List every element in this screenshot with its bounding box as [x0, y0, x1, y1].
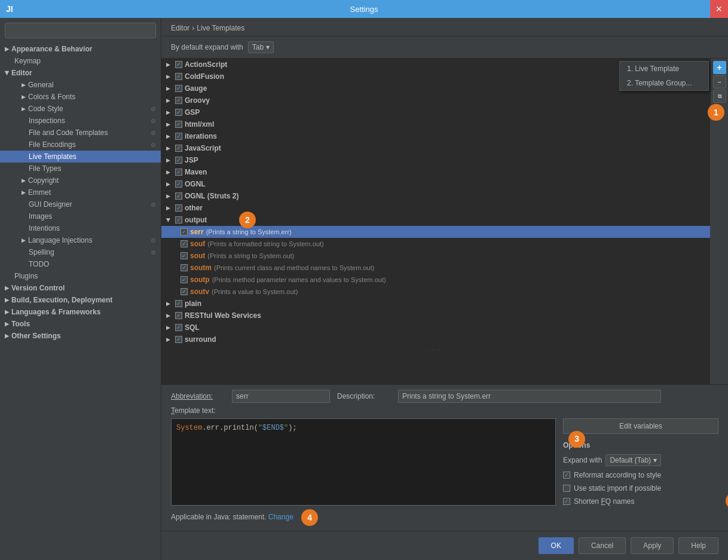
- sidebar-item-filetypes[interactable]: File Types: [0, 163, 161, 175]
- menu-item-live-template[interactable]: 1. Live Template: [620, 62, 708, 76]
- template-item-serr[interactable]: ✓ serr (Prints a string to System.err): [161, 226, 710, 238]
- template-item-sout[interactable]: ✓ sout (Prints a string to System.out): [161, 250, 710, 262]
- sidebar-item-colors[interactable]: ▶ Colors & Fonts: [0, 91, 161, 103]
- apply-button[interactable]: Apply: [631, 537, 674, 554]
- search-input[interactable]: [5, 23, 156, 38]
- static-import-checkbox[interactable]: ✓: [563, 485, 570, 492]
- group-restful[interactable]: ▶ ✓ RESTful Web Services: [161, 310, 710, 322]
- group-groovy[interactable]: ▶ ✓ Groovy: [161, 94, 710, 106]
- group-sql[interactable]: ▶ ✓ SQL: [161, 322, 710, 333]
- group-checkbox[interactable]: ✓: [175, 121, 182, 128]
- group-htmlxml[interactable]: ▶ ✓ html/xml: [161, 118, 710, 130]
- sidebar-item-editor[interactable]: ▶ Editor: [0, 67, 161, 79]
- abbreviation-input[interactable]: [232, 390, 330, 403]
- add-button[interactable]: +: [713, 61, 726, 74]
- group-checkbox[interactable]: ✓: [175, 145, 182, 152]
- group-checkbox[interactable]: ✓: [175, 85, 182, 92]
- group-jsp[interactable]: ▶ ✓ JSP: [161, 154, 710, 166]
- sidebar-item-intentions[interactable]: Intentions: [0, 222, 161, 234]
- group-iterations[interactable]: ▶ ✓ iterations: [161, 130, 710, 142]
- sidebar-item-languageinjections[interactable]: ▶ Language Injections ⚙: [0, 234, 161, 246]
- group-plain[interactable]: ▶ ✓ plain: [161, 298, 710, 310]
- template-item-souf[interactable]: ✓ souf (Prints a formatted string to Sys…: [161, 238, 710, 250]
- ok-button[interactable]: OK: [539, 537, 574, 554]
- item-checkbox[interactable]: ✓: [181, 252, 188, 259]
- group-checkbox[interactable]: ✓: [175, 336, 182, 343]
- template-item-soutv[interactable]: ✓ soutv (Prints a value to System.out): [161, 286, 710, 298]
- group-output[interactable]: ▶ ✓ output: [161, 214, 710, 226]
- group-checkbox[interactable]: ✓: [175, 180, 182, 188]
- sidebar-item-codestyle[interactable]: ▶ Code Style ⚙: [0, 103, 161, 115]
- change-link[interactable]: Change: [268, 513, 293, 521]
- description-input[interactable]: [398, 390, 661, 403]
- item-checkbox[interactable]: ✓: [181, 228, 188, 235]
- edit-variables-button[interactable]: Edit variables: [563, 418, 718, 434]
- template-item-soutm[interactable]: ✓ soutm (Prints current class and method…: [161, 262, 710, 274]
- sidebar-item-emmet[interactable]: ▶ Emmet: [0, 186, 161, 198]
- item-checkbox[interactable]: ✓: [181, 276, 188, 283]
- sidebar-item-inspections[interactable]: Inspections ⚙: [0, 115, 161, 127]
- group-surround[interactable]: ▶ ✓ surround: [161, 333, 710, 345]
- group-checkbox[interactable]: ✓: [175, 169, 182, 176]
- sidebar-item-tools[interactable]: ▶ Tools: [0, 318, 161, 330]
- shorten-checkbox[interactable]: ✓: [563, 498, 570, 505]
- sidebar-item-copyright[interactable]: ▶ Copyright: [0, 175, 161, 186]
- menu-item-template-group[interactable]: 2. Template Group...: [620, 76, 708, 90]
- group-checkbox[interactable]: ✓: [175, 300, 182, 307]
- sidebar-item-livetemplates[interactable]: Live Templates: [0, 151, 161, 163]
- group-checkbox[interactable]: ✓: [175, 109, 182, 116]
- group-javascript[interactable]: ▶ ✓ JavaScript: [161, 142, 710, 154]
- group-ognlstruts[interactable]: ▶ ✓ OGNL (Struts 2): [161, 190, 710, 202]
- group-checkbox[interactable]: ✓: [175, 216, 182, 224]
- sidebar-item-guidesigner[interactable]: GUI Designer ⚙: [0, 198, 161, 210]
- sidebar-item-filecodetemplates[interactable]: File and Code Templates ⚙: [0, 127, 161, 139]
- reformat-checkbox[interactable]: ✓: [563, 472, 570, 479]
- close-button[interactable]: ✕: [710, 0, 728, 18]
- group-checkbox[interactable]: ✓: [175, 192, 182, 200]
- sidebar-item-versioncontrol[interactable]: ▶ Version Control: [0, 282, 161, 294]
- group-checkbox[interactable]: ✓: [175, 97, 182, 104]
- group-checkbox[interactable]: ✓: [175, 133, 182, 140]
- sidebar-item-appearance[interactable]: ▶ Appearance & Behavior: [0, 43, 161, 55]
- group-checkbox[interactable]: ✓: [175, 324, 182, 331]
- group-checkbox[interactable]: ✓: [175, 157, 182, 164]
- help-button[interactable]: Help: [678, 537, 718, 554]
- dialog-buttons: OK Cancel Apply Help: [161, 531, 728, 560]
- cancel-button[interactable]: Cancel: [579, 537, 626, 554]
- sidebar-item-keymap[interactable]: Keymap: [0, 55, 161, 67]
- triangle-icon: ▶: [5, 333, 9, 339]
- sidebar-item-images[interactable]: Images: [0, 210, 161, 222]
- expand-dropdown[interactable]: Tab ▾: [248, 41, 274, 53]
- sidebar-item-fileencodings[interactable]: File Encodings ⚙: [0, 139, 161, 151]
- template-editor[interactable]: System.err.println("$END$"); 3: [171, 418, 556, 506]
- item-checkbox[interactable]: ✓: [181, 240, 188, 247]
- sidebar-item-othersettings[interactable]: ▶ Other Settings: [0, 330, 161, 342]
- group-ognl[interactable]: ▶ ✓ OGNL: [161, 178, 710, 190]
- item-abbrev: sout: [190, 252, 205, 260]
- group-gsp[interactable]: ▶ ✓ GSP: [161, 106, 710, 118]
- sidebar-label: Inspections: [29, 117, 65, 125]
- group-maven[interactable]: ▶ ✓ Maven: [161, 166, 710, 178]
- group-checkbox[interactable]: ✓: [175, 312, 182, 319]
- options-label: Options: [563, 441, 718, 449]
- expand-arrow-icon: ▾: [653, 456, 657, 464]
- copy-button[interactable]: ⧉: [713, 90, 726, 103]
- group-other[interactable]: ▶ ✓ other: [161, 202, 710, 214]
- item-checkbox[interactable]: ✓: [181, 288, 188, 295]
- item-checkbox[interactable]: ✓: [181, 264, 188, 271]
- sidebar-item-general[interactable]: ▶ General: [0, 79, 161, 91]
- sidebar-item-spelling[interactable]: Spelling ⚙: [0, 246, 161, 258]
- expand-with-dropdown[interactable]: Default (Tab) ▾: [605, 454, 661, 466]
- sidebar-item-plugins[interactable]: Plugins: [0, 270, 161, 282]
- group-checkbox[interactable]: ✓: [175, 61, 182, 68]
- group-name: OGNL: [185, 180, 206, 188]
- group-checkbox[interactable]: ✓: [175, 204, 182, 212]
- code-class: System: [176, 424, 202, 432]
- template-item-soutp[interactable]: ✓ soutp (Prints method parameter names a…: [161, 274, 710, 286]
- collapse-icon: ▶: [166, 121, 170, 127]
- sidebar-item-languages[interactable]: ▶ Languages & Frameworks: [0, 306, 161, 318]
- group-checkbox[interactable]: ✓: [175, 73, 182, 80]
- sidebar-item-todo[interactable]: TODO: [0, 258, 161, 270]
- remove-button[interactable]: –: [713, 75, 726, 88]
- sidebar-item-build[interactable]: ▶ Build, Execution, Deployment: [0, 294, 161, 306]
